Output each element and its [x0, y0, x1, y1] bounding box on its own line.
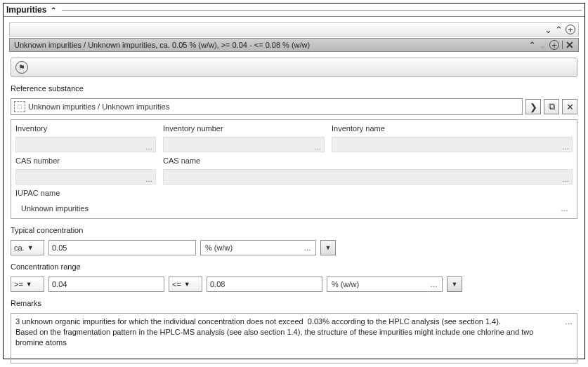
item-header-text: Unknown impurities / Unknown impurities,…: [14, 41, 310, 49]
range-min-input[interactable]: 0.04: [48, 276, 164, 292]
cas-number-field: …: [15, 169, 156, 185]
chevron-down-icon: ▼: [184, 281, 190, 288]
inventory-number-label: Inventory number: [163, 124, 325, 133]
item-header[interactable]: Unknown impurities / Unknown impurities,…: [9, 38, 579, 52]
cas-name-label: CAS name: [163, 156, 325, 165]
iupac-value: Unknown impurities: [21, 204, 89, 213]
reference-link-button[interactable]: ⧉: [544, 99, 559, 114]
chevron-down-icon: ▼: [27, 244, 34, 251]
collapse-all-icon[interactable]: ⌃: [555, 25, 563, 34]
reference-clear-button[interactable]: ✕: [562, 99, 577, 114]
typical-value: 0.05: [52, 243, 67, 252]
insert-item-button[interactable]: +: [549, 40, 559, 50]
range-unit-value: % (w/w): [332, 280, 359, 288]
chevron-down-icon: ▼: [26, 281, 32, 288]
flag-bar[interactable]: ⚑: [11, 58, 577, 77]
add-item-button[interactable]: +: [566, 25, 575, 34]
impurities-panel: Impurities ⌃ ⌄ ⌃ + Unknown impurities / …: [3, 3, 585, 359]
ellipsis-icon[interactable]: …: [565, 316, 573, 327]
typical-conc-label: Typical concentration: [11, 226, 577, 234]
reference-label: Reference substance: [11, 84, 577, 93]
range-min-op-value: >=: [14, 280, 23, 288]
delete-item-button[interactable]: ✕: [566, 40, 574, 50]
typical-unit-field[interactable]: % (w/w) …: [200, 240, 316, 255]
ellipsis-icon: …: [561, 204, 568, 213]
range-unit-field[interactable]: % (w/w) …: [327, 276, 443, 292]
move-down-icon: ⌄: [539, 41, 547, 50]
separator: [562, 41, 563, 49]
range-min-value: 0.04: [52, 280, 67, 288]
typical-operator-value: ca.: [14, 243, 25, 252]
range-max-op-value: <=: [172, 280, 181, 288]
remarks-text: 3 unknown organic impurities for which t…: [15, 317, 535, 347]
collapse-icon: ⌃: [51, 6, 56, 14]
typical-unit-dropdown[interactable]: ▼: [320, 240, 336, 255]
reference-info-box: Inventory Inventory number Inventory nam…: [11, 119, 577, 219]
section-title: Impurities: [6, 5, 46, 15]
expand-all-icon[interactable]: ⌄: [544, 25, 552, 34]
cas-name-field: …: [163, 169, 573, 185]
list-toolbar: ⌄ ⌃ +: [9, 22, 579, 36]
ellipsis-icon: …: [303, 243, 311, 252]
range-max-value: 0.08: [210, 280, 225, 288]
divider: [62, 10, 582, 11]
typical-operator-select[interactable]: ca. ▼: [11, 240, 44, 255]
move-up-icon[interactable]: ⌃: [528, 41, 536, 50]
range-unit-dropdown[interactable]: ▼: [447, 276, 462, 292]
range-row: >= ▼ 0.04 <= ▼ 0.08 % (w/w) … ▼: [11, 276, 577, 292]
inventory-name-field: …: [332, 137, 573, 152]
item-header-icons: ⌃ ⌄ + ✕: [528, 40, 574, 50]
section-header[interactable]: Impurities ⌃: [4, 4, 584, 17]
ellipsis-icon: …: [430, 280, 438, 288]
inventory-name-label: Inventory name: [332, 124, 573, 133]
reference-value: Unknown impurities / Unknown impurities: [28, 102, 169, 111]
inventory-label: Inventory: [15, 124, 156, 133]
inventory-number-field: …: [163, 137, 325, 152]
typical-conc-row: ca. ▼ 0.05 % (w/w) … ▼: [11, 240, 577, 255]
reference-row: □ Unknown impurities / Unknown impuritie…: [11, 98, 577, 115]
range-max-input[interactable]: 0.08: [207, 276, 322, 292]
reference-field[interactable]: □ Unknown impurities / Unknown impuritie…: [11, 98, 523, 115]
item-content: ⚑ Reference substance □ Unknown impuriti…: [4, 52, 584, 367]
flag-icon: ⚑: [15, 61, 28, 74]
iupac-label: IUPAC name: [15, 189, 573, 197]
typical-unit-value: % (w/w): [205, 243, 233, 252]
range-max-op-select[interactable]: <= ▼: [169, 276, 202, 292]
range-min-op-select[interactable]: >= ▼: [11, 276, 44, 292]
iupac-value-row: Unknown impurities …: [15, 201, 573, 214]
reference-go-button[interactable]: ❯: [525, 99, 541, 114]
remarks-label: Remarks: [11, 299, 577, 307]
cas-number-label: CAS number: [15, 156, 156, 165]
reference-entity-icon: □: [14, 101, 25, 112]
typical-value-input[interactable]: 0.05: [48, 240, 196, 255]
range-label: Concentration range: [11, 262, 577, 271]
inventory-field: …: [15, 137, 156, 152]
remarks-textarea[interactable]: 3 unknown organic impurities for which t…: [11, 313, 577, 363]
